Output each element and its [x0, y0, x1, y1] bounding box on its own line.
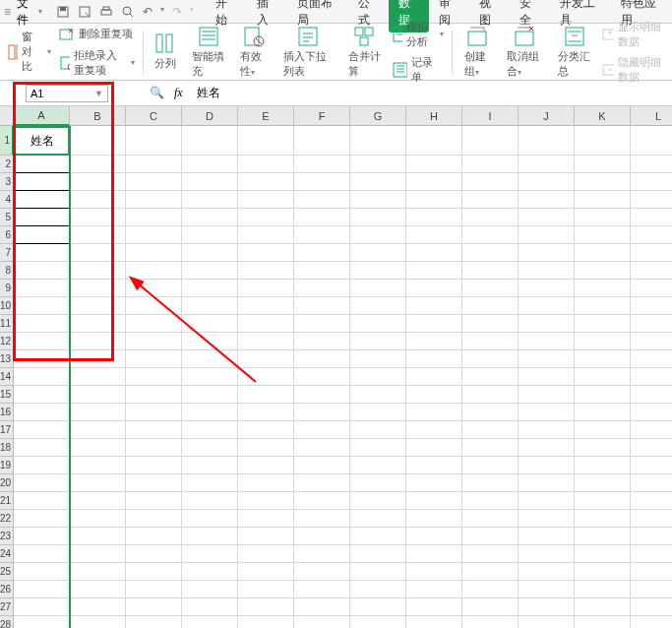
cell[interactable] — [126, 545, 182, 563]
cell[interactable] — [126, 386, 182, 404]
cell[interactable] — [519, 156, 575, 173]
cell[interactable] — [631, 404, 672, 421]
cell[interactable] — [350, 598, 406, 616]
cell[interactable] — [70, 457, 126, 474]
cell[interactable] — [406, 421, 462, 439]
cell[interactable] — [126, 226, 182, 244]
cell[interactable] — [70, 315, 126, 333]
cell[interactable] — [14, 457, 70, 474]
whatif-button[interactable]: 模拟分析▾ — [389, 18, 448, 51]
undo-icon[interactable]: ↶ — [143, 5, 153, 19]
cell[interactable] — [406, 126, 462, 156]
cell[interactable] — [126, 439, 182, 457]
cell[interactable] — [14, 333, 70, 350]
row-header[interactable]: 7 — [0, 244, 14, 262]
cell[interactable] — [462, 350, 519, 368]
cell[interactable] — [350, 563, 406, 581]
cell[interactable] — [14, 528, 70, 545]
cell[interactable] — [14, 173, 70, 191]
cell[interactable] — [294, 315, 350, 333]
cell[interactable] — [350, 156, 406, 173]
cell[interactable] — [182, 474, 238, 492]
cell[interactable] — [519, 474, 575, 492]
cell[interactable] — [70, 126, 126, 156]
cell[interactable] — [126, 244, 182, 262]
cell[interactable] — [519, 598, 575, 616]
column-header[interactable]: F — [294, 106, 350, 126]
cell[interactable] — [182, 616, 238, 628]
cell[interactable] — [294, 510, 350, 528]
cell[interactable] — [462, 386, 519, 404]
cell[interactable] — [126, 457, 182, 474]
cell[interactable] — [294, 528, 350, 545]
row-header[interactable]: 2 — [0, 156, 14, 173]
cell[interactable] — [575, 581, 631, 598]
cell[interactable] — [406, 315, 462, 333]
cell[interactable] — [126, 173, 182, 191]
cell[interactable] — [519, 457, 575, 474]
cell[interactable] — [126, 315, 182, 333]
print-icon[interactable] — [99, 5, 113, 19]
cell[interactable] — [70, 209, 126, 226]
cell[interactable] — [14, 262, 70, 280]
cell[interactable] — [350, 226, 406, 244]
cell[interactable] — [238, 474, 294, 492]
column-header[interactable]: L — [631, 106, 672, 126]
cell[interactable] — [70, 173, 126, 191]
cell[interactable] — [462, 545, 519, 563]
cell[interactable] — [182, 244, 238, 262]
save-as-icon[interactable] — [78, 5, 92, 19]
row-header[interactable]: 17 — [0, 421, 14, 439]
cell[interactable] — [631, 598, 672, 616]
cell[interactable] — [182, 191, 238, 209]
cell[interactable] — [70, 545, 126, 563]
cell[interactable] — [70, 616, 126, 628]
cell[interactable] — [575, 563, 631, 581]
row-header[interactable]: 16 — [0, 404, 14, 421]
cell[interactable] — [350, 126, 406, 156]
cell[interactable] — [182, 581, 238, 598]
cell[interactable] — [350, 404, 406, 421]
cell[interactable] — [631, 280, 672, 297]
cell[interactable] — [519, 244, 575, 262]
row-header[interactable]: 11 — [0, 315, 14, 333]
row-header[interactable]: 27 — [0, 598, 14, 616]
cell[interactable] — [519, 262, 575, 280]
hamburger-icon[interactable]: ≡ — [4, 5, 11, 19]
cell[interactable] — [182, 421, 238, 439]
cell[interactable] — [350, 492, 406, 510]
text-to-columns-button[interactable]: 分列 — [147, 31, 184, 73]
cell[interactable] — [70, 421, 126, 439]
cell[interactable] — [575, 350, 631, 368]
cell[interactable] — [182, 280, 238, 297]
cell[interactable] — [294, 368, 350, 386]
cell[interactable] — [126, 126, 182, 156]
cell[interactable] — [70, 156, 126, 173]
cell[interactable] — [238, 581, 294, 598]
cell[interactable] — [406, 457, 462, 474]
row-header[interactable]: 28 — [0, 616, 14, 628]
record-form-button[interactable]: 记录单 — [389, 53, 448, 87]
cell[interactable] — [126, 598, 182, 616]
row-header[interactable]: 4 — [0, 191, 14, 209]
cell[interactable] — [519, 350, 575, 368]
cell[interactable] — [126, 581, 182, 598]
cell[interactable] — [350, 244, 406, 262]
cell[interactable] — [462, 333, 519, 350]
cell[interactable] — [294, 262, 350, 280]
save-icon[interactable] — [56, 5, 70, 19]
cell[interactable] — [238, 528, 294, 545]
cell[interactable] — [182, 262, 238, 280]
cell[interactable] — [575, 280, 631, 297]
cell[interactable] — [519, 368, 575, 386]
cell[interactable] — [350, 297, 406, 315]
smart-fill-button[interactable]: 智能填充 — [184, 24, 232, 81]
cell[interactable] — [14, 209, 70, 226]
cell[interactable] — [350, 350, 406, 368]
cell[interactable] — [462, 244, 519, 262]
cell[interactable] — [575, 474, 631, 492]
cell[interactable] — [126, 280, 182, 297]
cell[interactable] — [294, 474, 350, 492]
cell[interactable] — [462, 297, 519, 315]
cell[interactable] — [575, 545, 631, 563]
